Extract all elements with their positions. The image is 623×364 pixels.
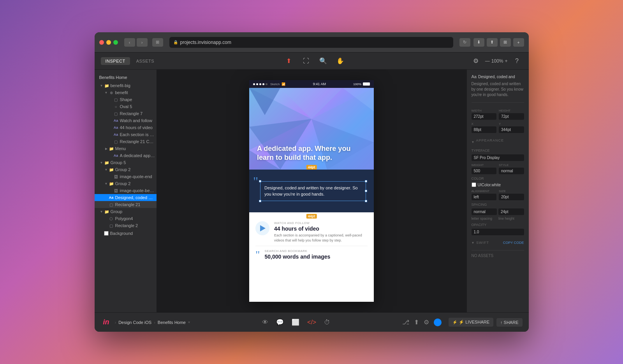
phone-hero: A dedicated app. Where you learn to buil… [249, 88, 374, 170]
feature-item-search: " SEARCH AND BOOKMARK 50,000 words and i… [255, 246, 368, 264]
toolbar-center: ⬆ ⛶ 🔍 ✋ [159, 56, 470, 66]
tab-assets[interactable]: ASSETS [132, 57, 159, 65]
swift-label: ▼ SWIFT [472, 241, 489, 245]
tree-item-watch-and-follow[interactable]: Aa Watch and follow [95, 117, 157, 124]
tree-item-benefit[interactable]: ▼ ⊕ benefit [95, 89, 157, 96]
spacing-row: SPACING [472, 203, 524, 206]
invision-logo[interactable]: in [101, 317, 112, 328]
close-button[interactable] [99, 40, 104, 45]
panel-x-field: X 88pt [472, 122, 497, 133]
typeface-value: SF Pro Display [472, 154, 524, 161]
settings-icon[interactable]: ⚙ [470, 56, 481, 66]
tab-inspect[interactable]: INSPECT [101, 57, 130, 65]
back-button[interactable]: ‹ [124, 38, 135, 47]
tree-item-group2b[interactable]: ▼ 📁 Group 2 [95, 180, 157, 187]
gear-icon[interactable]: ⚙ [424, 318, 429, 326]
feature-search-title: 50,000 words and images [264, 254, 368, 260]
toolbar-right: ⚙ — 100% + ? [470, 56, 523, 66]
preview-icon[interactable]: 👁 [262, 319, 268, 326]
feature-search-text: SEARCH AND BOOKMARK 50,000 words and ima… [264, 249, 368, 261]
tree-item-background[interactable]: Background [95, 230, 157, 237]
forward-button[interactable]: › [137, 38, 148, 47]
comment-icon[interactable]: 💬 [276, 318, 284, 326]
nav-buttons: ‹ › [124, 38, 148, 47]
canvas[interactable]: Sketch 📶 9:41 AM 100% [157, 70, 466, 312]
code-icon[interactable]: </> [307, 319, 316, 326]
tree-item-oval5[interactable]: ○ Oval 5 [95, 103, 157, 110]
tree-item-group5[interactable]: ▼ 📁 Group 5 [95, 159, 157, 166]
duplicate-button[interactable]: ⊞ [500, 38, 511, 47]
share-button[interactable]: ↑ SHARE [496, 318, 522, 327]
panel-swift: ▼ SWIFT COPY CODE [472, 241, 524, 245]
tree-item-group2a[interactable]: ▼ 📁 Group 2 [95, 166, 157, 173]
status-battery: 100% [353, 82, 370, 86]
history-icon[interactable]: ⏱ [324, 319, 330, 326]
panel-breadcrumb: Benefits Home [95, 73, 157, 82]
size-value: 20pt [499, 194, 524, 200]
panel-height-value: 72pt [499, 113, 524, 120]
style-field: STYLE normal [499, 163, 524, 174]
tree-item-designed-coded[interactable]: Aa Designed, coded and [95, 194, 157, 201]
play-triangle-icon [260, 225, 266, 231]
reload-button[interactable]: ↻ [459, 38, 470, 47]
typeface-row: TYPEFACE [472, 149, 524, 152]
color-swatch [472, 182, 476, 187]
opacity-row: OPACITY [472, 223, 524, 227]
handle-tl [259, 180, 261, 182]
tree-item-image-quote-end[interactable]: 🖼 image-quote-end [95, 173, 157, 180]
copy-code-button[interactable]: COPY CODE [503, 241, 524, 245]
style-value: normal [499, 168, 524, 174]
search-icon[interactable]: 🔍 [318, 56, 329, 66]
upload-icon[interactable]: ⬆ [414, 318, 419, 326]
feature-video-desc: Each section is accompanied by a caption… [274, 233, 368, 243]
tree-item-group[interactable]: ▼ 📁 Group [95, 208, 157, 215]
new-tab-button[interactable]: + [513, 38, 524, 47]
feature-video-title: 44 hours of video [274, 226, 368, 232]
share-browser-button[interactable]: ⬆ [487, 38, 498, 47]
tree-item-shape[interactable]: ▢ Shape [95, 96, 157, 103]
opacity-value: 1.0 [472, 229, 524, 235]
tree-item-rectangle7[interactable]: ▢ Rectangle 7 [95, 110, 157, 117]
browser-actions: ⬇ ⬆ ⊞ + [473, 38, 524, 47]
inspect-panel: Aa Designed, coded and Designed, coded a… [466, 70, 529, 312]
liveshare-button[interactable]: ⚡ ⚡ LIVESHARE [449, 318, 493, 327]
url-text: projects.invisionapp.com [180, 40, 231, 45]
tree-item-rectangle21[interactable]: ▢ Rectangle 21 [95, 201, 157, 208]
appearance-title: APPEARANCE [476, 138, 504, 142]
tree-item-rectangle2[interactable]: ▢ Rectangle 2 [95, 222, 157, 229]
panel-x-value: 88pt [472, 126, 497, 133]
screen-icon[interactable]: ⬜ [292, 318, 299, 326]
help-icon[interactable]: ? [512, 56, 523, 66]
zoom-minus[interactable]: — [485, 58, 490, 64]
features-section: WATCH AND FOLLOW 44 hours of video Each … [249, 212, 374, 270]
breadcrumb-design-code[interactable]: Design Code iOS [118, 320, 151, 325]
hand-icon[interactable]: ✋ [335, 56, 346, 66]
tree-item-benefit-big[interactable]: ▼ 📁 benefit-big [95, 82, 157, 89]
tree-item-a-dedicated[interactable]: Aa A dedicated app. Whe [95, 152, 157, 159]
feature-video-text: WATCH AND FOLLOW 44 hours of video Each … [274, 221, 368, 243]
maximize-button[interactable] [113, 40, 118, 45]
tree-item-each-section[interactable]: Aa Each section is acco [95, 131, 157, 138]
breadcrumb: › Design Code iOS › Benefits Home ▾ [115, 320, 190, 325]
status-time: 9:41 AM [313, 82, 326, 86]
tree-item-rectangle21copy[interactable]: ▢ Rectangle 21 Copy [95, 138, 157, 145]
status-dots: Sketch 📶 [253, 82, 285, 86]
breadcrumb-benefits-home[interactable]: Benefits Home [158, 320, 186, 325]
zoom-plus[interactable]: + [505, 58, 507, 64]
panel-element-name: Designed, coded and [478, 75, 515, 79]
tree-item-menu[interactable]: ▶ 📁 Menu [95, 145, 157, 152]
cursor-icon[interactable]: ⬆ [283, 56, 294, 66]
sidebar-toggle-button[interactable]: ⊞ [152, 38, 163, 47]
tree-item-polygon4[interactable]: ⬡ Polygon4 [95, 215, 157, 222]
tree-item-44hours[interactable]: Aa 44 hours of video [95, 124, 157, 131]
crop-icon[interactable]: ⛶ [301, 56, 312, 66]
panel-height-field: HEIGHT 72pt [499, 109, 524, 120]
user-avatar[interactable] [434, 318, 442, 326]
extensions-button[interactable]: ⬇ [473, 38, 484, 47]
feature-video-category: WATCH AND FOLLOW [274, 221, 368, 225]
minimize-button[interactable] [106, 40, 111, 45]
main-content: Benefits Home ▼ 📁 benefit-big ▼ ⊕ benefi… [95, 70, 529, 312]
share-nodes-icon[interactable]: ⎇ [402, 318, 409, 326]
tree-item-image-quote-beg[interactable]: 🖼 image-quote-beg... [95, 187, 157, 194]
address-bar[interactable]: 🔒 projects.invisionapp.com [169, 37, 453, 48]
